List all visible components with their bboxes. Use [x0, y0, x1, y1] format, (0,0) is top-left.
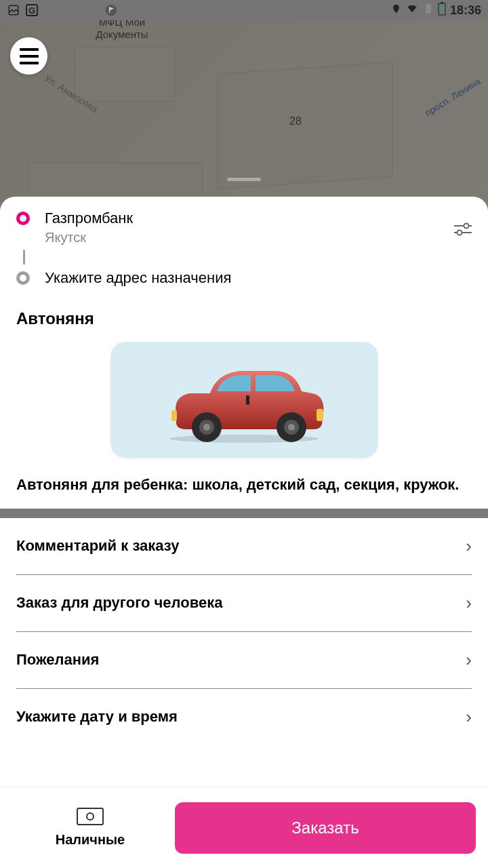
cash-icon	[77, 808, 104, 828]
service-name: Автоняня	[0, 294, 488, 335]
address-block: Газпромбанк Якутск Укажите адрес назначе…	[0, 197, 488, 294]
svg-point-5	[464, 224, 469, 229]
address-connector	[16, 245, 472, 269]
svg-rect-3	[441, 2, 443, 3]
payment-method-button[interactable]: Наличные	[12, 808, 168, 848]
image-icon	[7, 3, 20, 17]
svg-point-7	[458, 231, 462, 235]
g-icon: G	[26, 4, 38, 16]
svg-rect-17	[246, 395, 249, 405]
pickup-address-row[interactable]: Газпромбанк Якутск	[16, 209, 472, 245]
map-overlay	[0, 20, 488, 210]
svg-rect-18	[77, 808, 103, 825]
svg-point-1	[106, 5, 117, 16]
chevron-right-icon: ›	[466, 650, 472, 671]
section-divider	[0, 509, 488, 518]
battery-icon	[438, 2, 446, 19]
menu-button[interactable]	[10, 37, 47, 75]
bottom-bar: Наличные Заказать	[0, 787, 488, 868]
option-comment[interactable]: Комментарий к заказу ›	[16, 518, 472, 575]
option-wishes[interactable]: Пожелания ›	[16, 632, 472, 689]
status-bar: G 18:36	[0, 0, 488, 20]
option-label: Комментарий к заказу	[16, 537, 179, 555]
dropoff-marker-icon	[16, 271, 31, 286]
option-label: Укажите дату и время	[16, 708, 178, 726]
location-icon	[391, 3, 401, 18]
wifi-icon	[405, 3, 419, 18]
chevron-right-icon: ›	[466, 536, 472, 557]
map-background[interactable]: МФЦ Мои Документы 28 Ул. Аммосова просп.…	[0, 20, 488, 210]
svg-rect-9	[317, 409, 323, 421]
order-sheet: Газпромбанк Якутск Укажите адрес назначе…	[0, 197, 488, 868]
status-time: 18:36	[450, 3, 481, 18]
flag-icon	[104, 3, 118, 17]
hamburger-icon	[20, 48, 39, 51]
sd-icon	[423, 3, 434, 18]
status-left: G	[7, 3, 118, 17]
order-button-label: Заказать	[291, 818, 359, 837]
car-icon	[159, 356, 329, 444]
dropoff-address-row[interactable]: Укажите адрес назначения	[16, 269, 472, 288]
chevron-right-icon: ›	[466, 707, 472, 728]
status-right: 18:36	[391, 2, 481, 19]
order-options: Комментарий к заказу › Заказ для другого…	[0, 518, 488, 745]
pickup-marker-icon	[16, 212, 31, 226]
svg-point-13	[203, 424, 210, 431]
dropoff-placeholder: Укажите адрес назначения	[45, 269, 472, 288]
option-datetime[interactable]: Укажите дату и время ›	[16, 689, 472, 745]
svg-point-19	[87, 813, 94, 820]
filter-icon[interactable]	[454, 222, 472, 239]
option-other-person[interactable]: Заказ для другого человека ›	[16, 575, 472, 632]
pickup-city: Якутск	[45, 230, 472, 245]
service-illustration[interactable]	[110, 342, 378, 458]
chevron-right-icon: ›	[466, 593, 472, 614]
option-label: Заказ для другого человека	[16, 594, 222, 612]
sheet-drag-handle[interactable]	[227, 178, 261, 181]
pickup-title: Газпромбанк	[45, 209, 472, 229]
payment-method-label: Наличные	[56, 832, 125, 848]
order-button[interactable]: Заказать	[175, 802, 476, 854]
service-description: Автоняня для ребенка: школа, детский сад…	[0, 458, 488, 509]
svg-point-16	[288, 424, 295, 431]
option-label: Пожелания	[16, 651, 99, 669]
svg-rect-10	[171, 410, 177, 421]
